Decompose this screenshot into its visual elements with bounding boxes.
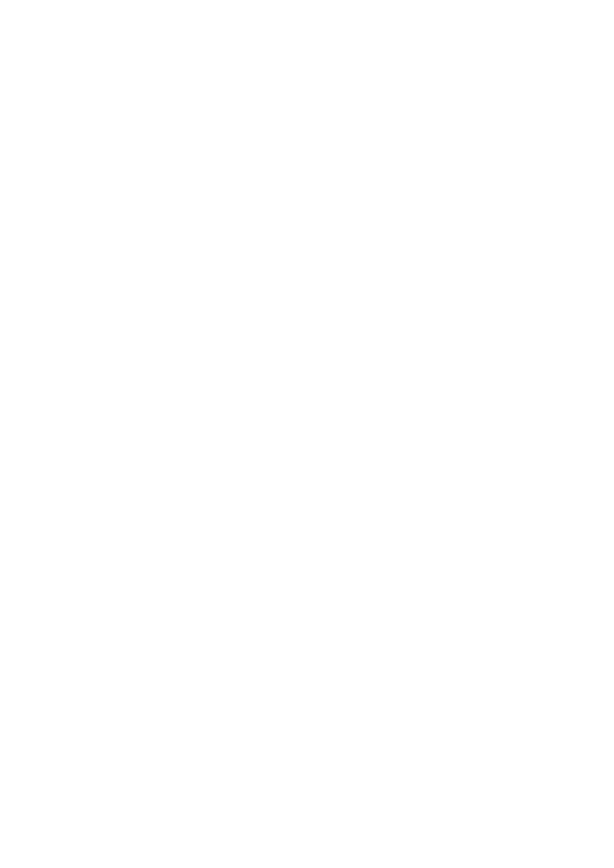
document-page <box>0 0 614 129</box>
